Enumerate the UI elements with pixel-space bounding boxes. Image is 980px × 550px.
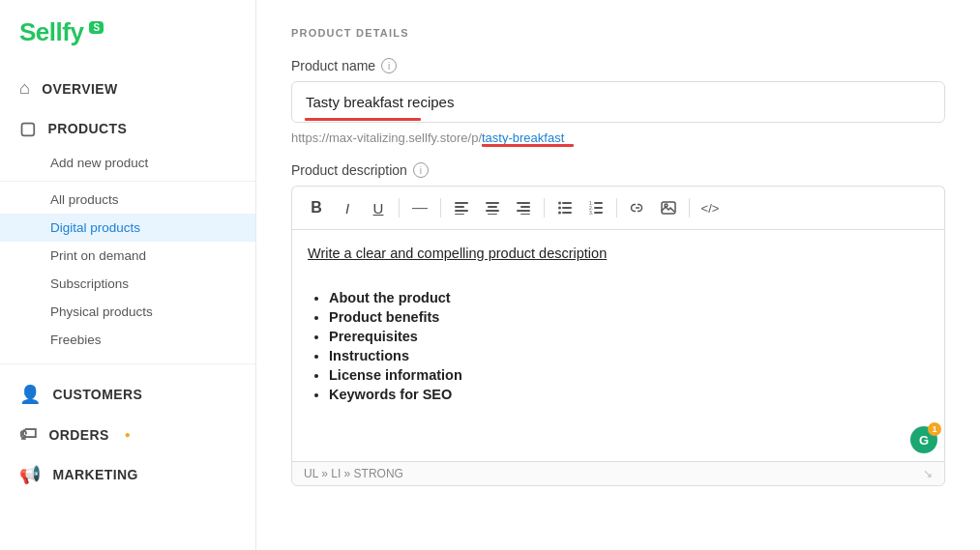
products-icon: ▢ xyxy=(19,118,36,139)
list-item: Instructions xyxy=(329,348,929,363)
editor-area[interactable]: Write a clear and compelling product des… xyxy=(291,229,945,461)
svg-rect-1 xyxy=(455,206,464,208)
product-description-info-icon[interactable]: i xyxy=(413,162,429,178)
resize-handle[interactable]: ↘ xyxy=(923,467,933,480)
sidebar-item-customers[interactable]: 👤 CUSTOMERS xyxy=(0,374,255,415)
svg-rect-8 xyxy=(517,202,530,204)
marketing-label: MARKETING xyxy=(52,467,137,482)
svg-rect-6 xyxy=(486,210,499,212)
print-on-demand-label: Print on demand xyxy=(50,248,146,263)
product-name-label: Product name i xyxy=(291,58,945,73)
url-prefix: https://max-vitalizing.sellfy.store/p/ xyxy=(291,130,482,145)
list-item: License information xyxy=(329,367,929,383)
sidebar-item-overview-label: OVERVIEW xyxy=(42,81,117,97)
underline-button[interactable]: U xyxy=(364,194,393,221)
svg-point-12 xyxy=(558,202,561,205)
image-button[interactable] xyxy=(654,194,683,221)
list-item: Product benefits xyxy=(329,309,929,325)
svg-text:3.: 3. xyxy=(589,210,593,215)
sidebar-item-orders[interactable]: 🏷 ORDERS ● xyxy=(0,415,255,454)
section-title: PRODUCT DETAILS xyxy=(291,27,945,39)
align-center-button[interactable] xyxy=(478,194,507,221)
ordered-list-button[interactable]: 1.2.3. xyxy=(581,194,610,221)
list-item: Keywords for SEO xyxy=(329,387,929,402)
editor-statusbar: UL » LI » STRONG ↘ xyxy=(291,461,945,486)
svg-rect-9 xyxy=(520,206,530,208)
customers-icon: 👤 xyxy=(19,384,41,405)
toolbar-sep-4 xyxy=(616,198,617,217)
svg-point-14 xyxy=(558,207,561,210)
sidebar-item-freebies[interactable]: Freebies xyxy=(0,326,255,354)
sidebar-item-physical-products[interactable]: Physical products xyxy=(0,298,255,326)
editor-toolbar: B I U — 1.2.3. xyxy=(291,186,945,229)
toolbar-sep-3 xyxy=(544,198,545,217)
editor-placeholder: Write a clear and compelling product des… xyxy=(308,246,929,261)
physical-products-label: Physical products xyxy=(50,304,153,319)
align-right-button[interactable] xyxy=(509,194,538,221)
spell-check-underline xyxy=(305,118,421,121)
logo-badge: S xyxy=(89,21,104,34)
hr-button[interactable]: — xyxy=(405,194,434,221)
grammarly-icon: G xyxy=(919,433,929,448)
svg-rect-7 xyxy=(488,214,497,215)
svg-rect-0 xyxy=(455,202,468,204)
url-preview: https://max-vitalizing.sellfy.store/p/ta… xyxy=(291,130,945,145)
editor-wrapper: B I U — 1.2.3. xyxy=(291,186,945,486)
sidebar-item-print-on-demand[interactable]: Print on demand xyxy=(0,242,255,270)
bold-button[interactable]: B xyxy=(302,194,331,221)
sidebar-item-products[interactable]: ▢ PRODUCTS xyxy=(0,108,255,149)
sidebar-item-overview[interactable]: ⌂ OVERVIEW xyxy=(0,69,255,108)
nav-divider xyxy=(0,181,255,182)
align-left-button[interactable] xyxy=(447,194,476,221)
toolbar-sep-1 xyxy=(399,198,400,217)
grammarly-count: 1 xyxy=(928,422,941,436)
bottom-nav: 👤 CUSTOMERS 🏷 ORDERS ● 📢 MARKETING xyxy=(0,368,255,501)
orders-icon: 🏷 xyxy=(19,424,37,445)
list-item: Prerequisites xyxy=(329,329,929,344)
svg-rect-15 xyxy=(562,207,572,209)
svg-rect-11 xyxy=(520,214,530,215)
product-name-input[interactable] xyxy=(291,81,945,123)
digital-products-label: Digital products xyxy=(50,220,140,235)
sidebar-item-products-label: PRODUCTS xyxy=(47,121,127,136)
svg-rect-5 xyxy=(488,206,497,208)
grammarly-badge[interactable]: G 1 xyxy=(910,426,937,453)
svg-rect-13 xyxy=(562,202,572,204)
all-products-label: All products xyxy=(50,192,119,207)
svg-rect-10 xyxy=(517,210,530,212)
url-slug[interactable]: tasty-breakfast xyxy=(482,130,564,145)
sidebar-item-subscriptions[interactable]: Subscriptions xyxy=(0,270,255,298)
sidebar: Sellfy S ⌂ OVERVIEW ▢ PRODUCTS Add new p… xyxy=(0,0,256,550)
add-new-product-label: Add new product xyxy=(50,156,148,170)
svg-rect-19 xyxy=(594,202,603,204)
freebies-label: Freebies xyxy=(50,333,102,347)
subscriptions-label: Subscriptions xyxy=(50,276,129,291)
svg-rect-21 xyxy=(594,207,603,209)
sidebar-item-add-new-product[interactable]: Add new product xyxy=(0,149,255,177)
svg-rect-3 xyxy=(455,214,464,215)
marketing-icon: 📢 xyxy=(19,464,41,485)
orders-label: ORDERS xyxy=(48,427,108,443)
url-slug-wrapper: tasty-breakfast xyxy=(482,130,564,145)
editor-list: About the product Product benefits Prere… xyxy=(308,290,929,402)
logo-area: Sellfy S xyxy=(0,0,255,63)
product-description-label: Product description i xyxy=(291,162,945,178)
toolbar-sep-5 xyxy=(689,198,690,217)
sidebar-item-all-products[interactable]: All products xyxy=(0,186,255,214)
sidebar-item-marketing[interactable]: 📢 MARKETING xyxy=(0,454,255,495)
sidebar-item-digital-products[interactable]: Digital products xyxy=(0,214,255,242)
product-name-wrapper xyxy=(291,81,945,127)
url-squiggle xyxy=(482,144,574,147)
svg-rect-17 xyxy=(562,212,572,214)
customers-label: CUSTOMERS xyxy=(52,387,142,402)
logo-text[interactable]: Sellfy xyxy=(19,17,83,47)
link-button[interactable] xyxy=(623,194,652,221)
product-name-info-icon[interactable]: i xyxy=(381,58,397,73)
unordered-list-button[interactable] xyxy=(550,194,579,221)
italic-button[interactable]: I xyxy=(333,194,362,221)
code-button[interactable]: </> xyxy=(696,194,725,221)
toolbar-sep-2 xyxy=(440,198,441,217)
statusbar-text: UL » LI » STRONG xyxy=(304,467,403,480)
svg-rect-4 xyxy=(486,202,499,204)
svg-point-16 xyxy=(558,212,561,215)
